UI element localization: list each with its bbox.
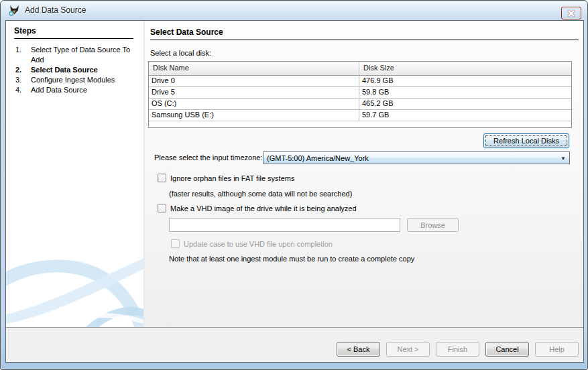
ingest-note: Note that at least one ingest module mus…	[169, 255, 414, 263]
chevron-down-icon[interactable]: ▼	[557, 155, 569, 162]
step-number: 2.	[15, 65, 31, 75]
close-icon	[567, 9, 576, 17]
ignore-orphan-files-checkbox[interactable]	[158, 174, 166, 182]
timezone-select[interactable]: (GMT-5:00) America/New_York ▼	[263, 151, 570, 164]
help-button-label: Help	[549, 345, 565, 353]
make-vhd-image-label[interactable]: Make a VHD image of the drive while it i…	[170, 204, 357, 212]
browse-button[interactable]: Browse	[407, 218, 459, 232]
table-header-row: Disk Name Disk Size	[149, 62, 571, 76]
browse-button-label: Browse	[420, 221, 445, 229]
step-label: Select Data Source	[31, 65, 137, 75]
back-button-label: < Back	[347, 345, 370, 353]
disk-size-cell[interactable]: 59.7 GB	[359, 110, 571, 121]
next-button-label: Next >	[397, 345, 418, 353]
select-data-source-panel: Select Data Source Select a local disk: …	[145, 21, 583, 328]
step-item-3: 3. Configure Ingest Modules	[15, 75, 137, 85]
finish-button-label: Finish	[448, 345, 467, 353]
make-vhd-image-checkbox[interactable]	[158, 204, 166, 212]
disk-name-cell[interactable]: Drive 0	[149, 76, 359, 86]
table-row[interactable]: Samsung USB (E:) 59.7 GB	[149, 110, 571, 121]
disk-name-cell[interactable]: OS (C:)	[149, 99, 359, 109]
step-label: Add Data Source	[31, 85, 137, 95]
wizard-button-bar: < Back Next > Finish Cancel Help	[6, 327, 583, 362]
titlebar[interactable]: Add Data Source	[1, 1, 587, 20]
steps-heading: Steps	[14, 26, 133, 39]
table-row[interactable]: Drive 5 59.8 GB	[149, 87, 571, 99]
cancel-button-label: Cancel	[495, 345, 518, 353]
help-button[interactable]: Help	[535, 342, 579, 357]
timezone-selected-value: (GMT-5:00) America/New_York	[263, 154, 557, 162]
step-item-2-current: 2. Select Data Source	[15, 65, 137, 75]
update-case-label: Update case to use VHD file upon complet…	[184, 240, 333, 248]
refresh-local-disks-button[interactable]: Refresh Local Disks	[483, 133, 569, 148]
panel-heading: Select Data Source	[150, 27, 579, 40]
vhd-path-field[interactable]	[169, 218, 400, 232]
orphan-note: (faster results, although some data will…	[169, 190, 352, 198]
update-case-checkbox[interactable]	[171, 239, 180, 248]
select-disk-label: Select a local disk:	[150, 49, 211, 57]
ignore-orphan-files-label[interactable]: Ignore orphan files in FAT file systems	[170, 174, 294, 182]
column-header-disk-size[interactable]: Disk Size	[359, 62, 571, 75]
dialog-body: Steps 1. Select Type of Data Source To A…	[5, 20, 584, 363]
table-row[interactable]: OS (C:) 465.2 GB	[149, 99, 571, 110]
step-item-1: 1. Select Type of Data Source To Add	[15, 45, 137, 65]
add-data-source-window: Add Data Source Steps 1. Select Type of …	[0, 0, 588, 370]
step-item-4: 4. Add Data Source	[15, 85, 137, 95]
table-row[interactable]: Drive 0 476.9 GB	[149, 76, 571, 87]
step-number: 4.	[15, 85, 31, 95]
next-button[interactable]: Next >	[386, 342, 430, 357]
step-number: 3.	[15, 75, 31, 85]
disk-name-cell[interactable]: Drive 5	[149, 87, 359, 98]
close-button[interactable]	[561, 7, 581, 19]
back-button[interactable]: < Back	[337, 342, 380, 357]
watermark-swoosh	[6, 249, 144, 328]
disk-size-cell[interactable]: 465.2 GB	[359, 99, 571, 109]
finish-button[interactable]: Finish	[436, 342, 479, 357]
column-header-disk-name[interactable]: Disk Name	[149, 62, 359, 75]
disk-name-cell[interactable]: Samsung USB (E:)	[149, 110, 359, 121]
disk-size-cell[interactable]: 476.9 GB	[359, 76, 571, 86]
timezone-label: Please select the input timezone:	[154, 153, 262, 162]
step-number: 1.	[15, 45, 31, 65]
focus-rectangle	[485, 135, 567, 146]
window-title: Add Data Source	[25, 5, 86, 15]
disk-size-cell[interactable]: 59.8 GB	[359, 87, 571, 98]
step-label: Configure Ingest Modules	[31, 75, 137, 85]
cancel-button[interactable]: Cancel	[485, 342, 529, 357]
step-label: Select Type of Data Source To Add	[31, 45, 137, 65]
local-disk-table[interactable]: Disk Name Disk Size Drive 0 476.9 GB Dri…	[148, 61, 572, 128]
steps-panel: Steps 1. Select Type of Data Source To A…	[6, 21, 144, 328]
autopsy-dog-icon	[9, 5, 20, 16]
